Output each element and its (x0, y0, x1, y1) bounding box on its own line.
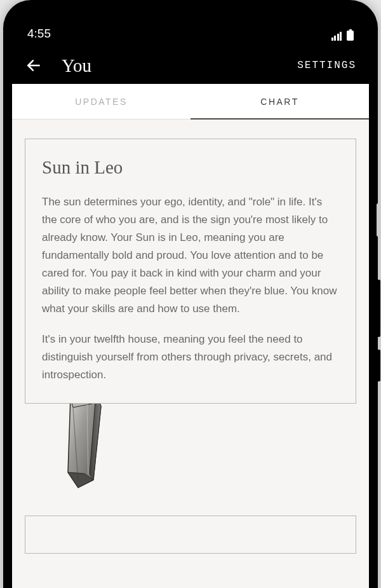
phone-frame: 4:55 You SETTINGS UPDATES CHART (3, 0, 378, 588)
tab-chart[interactable]: CHART (190, 84, 369, 119)
settings-button[interactable]: SETTINGS (297, 60, 356, 71)
card-paragraph: It's in your twelfth house, meaning you … (42, 331, 339, 384)
page-title: You (62, 55, 297, 76)
back-button[interactable] (25, 57, 43, 74)
status-time: 4:55 (27, 27, 51, 41)
tab-updates[interactable]: UPDATES (12, 84, 190, 119)
crystal-icon (57, 392, 114, 494)
app-header: You SETTINGS (12, 47, 369, 84)
tab-bar: UPDATES CHART (12, 84, 369, 120)
reading-card-sun: Sun in Leo The sun determines your ego, … (25, 139, 356, 404)
phone-side-button (377, 350, 380, 381)
battery-icon (347, 31, 354, 41)
card-title: Sun in Leo (42, 157, 339, 178)
scroll-content[interactable]: Sun in Leo The sun determines your ego, … (12, 120, 369, 554)
card-body: The sun determines your ego, identity, a… (42, 193, 339, 384)
content-area: UPDATES CHART Sun in Leo The sun determi… (12, 84, 369, 588)
status-bar: 4:55 (12, 9, 369, 47)
phone-side-button (377, 203, 380, 236)
card-paragraph: The sun determines your ego, identity, a… (42, 193, 339, 318)
reading-card-next (25, 516, 356, 554)
phone-side-button (377, 280, 380, 337)
screen: 4:55 You SETTINGS UPDATES CHART (12, 9, 369, 588)
arrow-left-icon (25, 57, 42, 74)
cell-signal-icon (331, 31, 342, 41)
crystal-decoration (57, 392, 356, 496)
